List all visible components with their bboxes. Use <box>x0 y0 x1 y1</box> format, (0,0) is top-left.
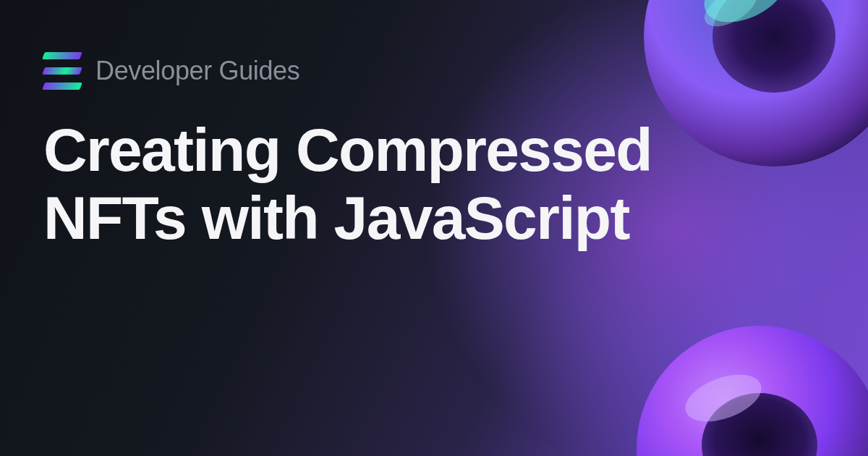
solana-logo-icon <box>43 52 81 90</box>
logo-bar <box>42 52 82 59</box>
svg-point-6 <box>679 366 768 431</box>
decorative-torus-bottom <box>629 318 868 456</box>
subtitle: Developer Guides <box>95 56 299 86</box>
page-title: Creating Compressed NFTs with JavaScript <box>43 116 767 252</box>
logo-bar <box>42 83 82 90</box>
svg-point-5 <box>702 393 817 456</box>
svg-point-4 <box>637 326 868 456</box>
logo-bar <box>42 67 82 75</box>
content-container: Developer Guides Creating Compressed NFT… <box>0 0 868 304</box>
header: Developer Guides <box>43 52 825 90</box>
